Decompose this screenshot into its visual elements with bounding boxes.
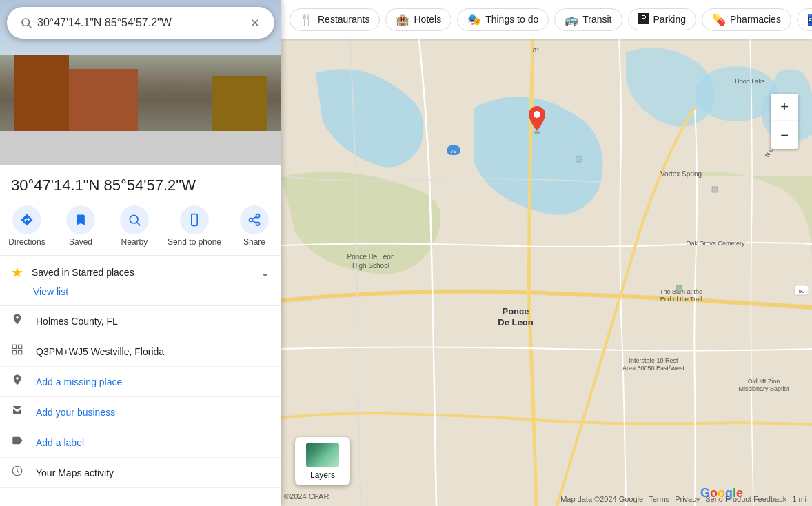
search-bar xyxy=(7,7,274,39)
plus-code-icon xyxy=(11,343,25,359)
things-to-do-icon: 🎭 xyxy=(467,13,481,26)
maps-activity-row[interactable]: Your Maps activity xyxy=(0,458,281,488)
svg-text:High School: High School xyxy=(352,262,389,270)
terms-link[interactable]: Terms xyxy=(649,495,669,503)
filter-pharmacies[interactable]: 💊 Pharmacies xyxy=(702,8,791,31)
plus-code-row: Q3PM+WJ5 Westville, Florida xyxy=(0,336,281,367)
svg-rect-15 xyxy=(12,351,16,354)
location-row: Holmes County, FL xyxy=(0,306,281,336)
starred-text: Saved in Starred places xyxy=(32,267,134,278)
starred-left: ★ Saved in Starred places xyxy=(11,264,134,281)
directions-button[interactable]: Directions xyxy=(6,205,48,247)
close-icon[interactable] xyxy=(244,12,266,34)
svg-rect-6 xyxy=(192,214,197,226)
svg-text:Oak Grove Cemetery: Oak Grove Cemetery xyxy=(686,240,745,247)
place-title: 30°47'14.1"N 85°54'57.2"W xyxy=(11,176,270,194)
map-canvas[interactable]: 90 81 Ponce De Leon Ponce De Leon High S… xyxy=(281,39,812,506)
svg-rect-40 xyxy=(676,285,682,291)
svg-point-44 xyxy=(534,131,540,134)
restaurants-icon: 🍴 xyxy=(300,13,314,26)
svg-point-41 xyxy=(576,156,582,163)
svg-line-1 xyxy=(28,25,31,28)
add-missing-icon xyxy=(11,374,25,389)
zoom-controls: + − xyxy=(771,94,798,149)
svg-rect-13 xyxy=(12,345,16,348)
filter-transit[interactable]: 🚌 Transit xyxy=(554,8,622,31)
zoom-in-button[interactable]: + xyxy=(771,94,798,121)
map-location-pin xyxy=(526,106,548,136)
svg-text:Interstate 10 Rest: Interstate 10 Rest xyxy=(629,357,678,364)
view-list-link[interactable]: View list xyxy=(11,281,270,297)
zoom-out-button[interactable]: − xyxy=(771,121,798,149)
svg-line-5 xyxy=(137,223,141,226)
add-business-row[interactable]: Add your business xyxy=(0,397,281,427)
svg-text:Vortex Spring: Vortex Spring xyxy=(660,170,702,178)
parking-icon: 🅿 xyxy=(638,13,649,26)
layers-button[interactable]: Layers xyxy=(295,437,350,485)
left-panel: 30°47'14.1"N 85°54'57.2"W Directions Sav… xyxy=(0,0,281,506)
send-to-phone-button[interactable]: Send to phone xyxy=(168,205,221,247)
filter-things-to-do-label: Things to do xyxy=(485,14,538,25)
svg-text:81: 81 xyxy=(533,47,540,54)
map-area[interactable]: 🍴 Restaurants 🏨 Hotels 🎭 Things to do 🚌 … xyxy=(281,0,812,506)
layers-label: Layers xyxy=(310,470,335,480)
atms-icon: 🏧 xyxy=(807,13,812,26)
hotels-icon: 🏨 xyxy=(396,13,409,26)
privacy-link[interactable]: Privacy xyxy=(675,495,700,503)
expand-icon[interactable]: ⌄ xyxy=(260,265,270,280)
svg-rect-16 xyxy=(19,351,22,354)
svg-text:De Leon: De Leon xyxy=(498,317,533,327)
directions-icon xyxy=(12,205,41,234)
svg-point-9 xyxy=(250,219,253,222)
svg-point-8 xyxy=(256,214,260,218)
filter-atms[interactable]: 🏧 ATMs xyxy=(797,8,812,31)
send-feedback-link[interactable]: Send Product Feedback xyxy=(705,495,786,503)
filter-parking-label: Parking xyxy=(653,14,686,25)
nearby-button[interactable]: Nearby xyxy=(114,205,155,247)
svg-text:Missionary Baptist: Missionary Baptist xyxy=(738,385,789,392)
add-label-row[interactable]: Add a label xyxy=(0,427,281,458)
add-business-icon xyxy=(11,404,25,420)
add-business-text: Add your business xyxy=(36,407,115,418)
directions-label: Directions xyxy=(8,237,45,247)
svg-text:End of the Trail: End of the Trail xyxy=(660,296,702,303)
star-icon: ★ xyxy=(11,264,23,281)
svg-point-43 xyxy=(534,111,540,118)
saved-button[interactable]: Saved xyxy=(60,205,101,247)
location-pin-icon xyxy=(11,313,25,329)
svg-text:Ponce: Ponce xyxy=(502,306,529,316)
send-to-phone-icon xyxy=(180,205,209,234)
filter-hotels[interactable]: 🏨 Hotels xyxy=(385,8,451,31)
svg-rect-42 xyxy=(712,187,718,192)
svg-point-10 xyxy=(256,222,260,225)
plus-code-text: Q3PM+WJ5 Westville, Florida xyxy=(36,346,164,357)
svg-text:Area 30050 East/West: Area 30050 East/West xyxy=(622,365,684,372)
filter-things-to-do[interactable]: 🎭 Things to do xyxy=(457,8,549,31)
location-text: Holmes County, FL xyxy=(36,316,118,327)
svg-text:Ponce De Leon: Ponce De Leon xyxy=(347,253,395,261)
add-label-text: Add a label xyxy=(36,437,84,448)
search-input[interactable] xyxy=(37,17,244,29)
send-to-phone-label: Send to phone xyxy=(168,237,221,247)
share-button[interactable]: Share xyxy=(234,205,275,247)
svg-text:Old Mt Zion: Old Mt Zion xyxy=(748,378,780,385)
filter-pharmacies-label: Pharmacies xyxy=(730,14,781,25)
add-missing-text: Add a missing place xyxy=(36,376,122,387)
add-missing-row[interactable]: Add a missing place xyxy=(0,367,281,397)
filter-restaurants[interactable]: 🍴 Restaurants xyxy=(290,8,380,31)
filter-parking[interactable]: 🅿 Parking xyxy=(628,8,696,30)
filter-transit-label: Transit xyxy=(582,14,611,25)
map-footer: Map data ©2024 Google Terms Privacy Send… xyxy=(281,495,812,503)
map-attribution: Map data ©2024 Google xyxy=(560,495,643,503)
svg-text:79: 79 xyxy=(451,148,457,154)
action-buttons: Directions Saved Nearby xyxy=(0,200,281,256)
add-label-icon xyxy=(11,434,25,450)
svg-line-12 xyxy=(252,216,256,219)
search-icon[interactable] xyxy=(15,12,37,34)
layers-thumbnail xyxy=(306,443,339,467)
place-title-section: 30°47'14.1"N 85°54'57.2"W xyxy=(0,165,281,200)
svg-point-4 xyxy=(130,215,138,223)
starred-section: ★ Saved in Starred places ⌄ View list xyxy=(0,256,281,306)
svg-point-0 xyxy=(22,19,30,26)
share-label: Share xyxy=(243,237,265,247)
